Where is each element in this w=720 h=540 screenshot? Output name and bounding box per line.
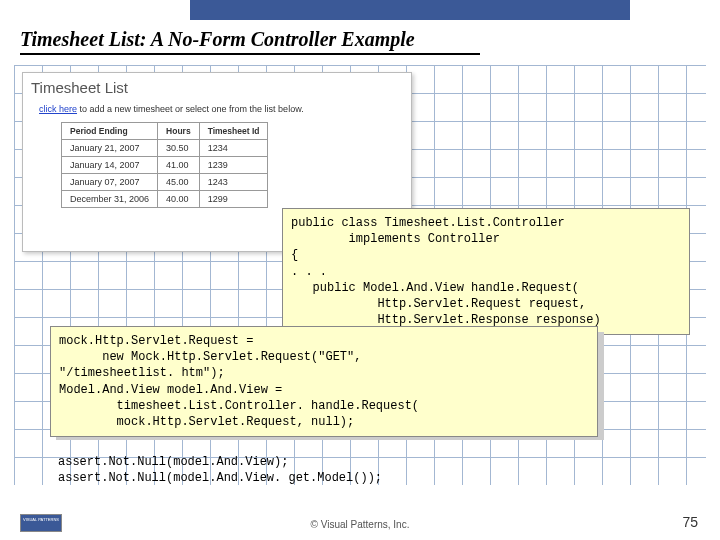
cell-id: 1239	[199, 157, 268, 174]
col-period-ending: Period Ending	[62, 123, 158, 140]
cell-hours: 45.00	[158, 174, 200, 191]
screenshot-heading: Timesheet List	[31, 79, 403, 96]
table-row: January 14, 2007 41.00 1239	[62, 157, 268, 174]
slide-title: Timesheet List: A No-Form Controller Exa…	[20, 28, 480, 55]
code-snippet-mock-request: mock.Http.Servlet.Request = new Mock.Htt…	[50, 326, 598, 437]
screenshot-subtext: click here to add a new timesheet or sel…	[39, 104, 403, 114]
code-snippet-controller: public class Timesheet.List.Controller i…	[282, 208, 690, 335]
table-row: December 31, 2006 40.00 1299	[62, 191, 268, 208]
cell-hours: 41.00	[158, 157, 200, 174]
cell-hours: 30.50	[158, 140, 200, 157]
cell-period: January 07, 2007	[62, 174, 158, 191]
cell-period: January 14, 2007	[62, 157, 158, 174]
header-accent-bar	[190, 0, 630, 20]
cell-id: 1234	[199, 140, 268, 157]
cell-hours: 40.00	[158, 191, 200, 208]
cell-id: 1243	[199, 174, 268, 191]
col-hours: Hours	[158, 123, 200, 140]
page-number: 75	[682, 514, 698, 530]
cell-period: January 21, 2007	[62, 140, 158, 157]
timesheet-table: Period Ending Hours Timesheet Id January…	[61, 122, 268, 208]
footer-copyright: © Visual Patterns, Inc.	[0, 519, 720, 530]
cell-period: December 31, 2006	[62, 191, 158, 208]
add-timesheet-link[interactable]: click here	[39, 104, 77, 114]
screenshot-subtext-rest: to add a new timesheet or select one fro…	[77, 104, 304, 114]
col-timesheet-id: Timesheet Id	[199, 123, 268, 140]
table-header-row: Period Ending Hours Timesheet Id	[62, 123, 268, 140]
table-row: January 21, 2007 30.50 1234	[62, 140, 268, 157]
code-snippet-asserts: assert.Not.Null(model.And.View); assert.…	[50, 448, 598, 492]
table-row: January 07, 2007 45.00 1243	[62, 174, 268, 191]
cell-id: 1299	[199, 191, 268, 208]
